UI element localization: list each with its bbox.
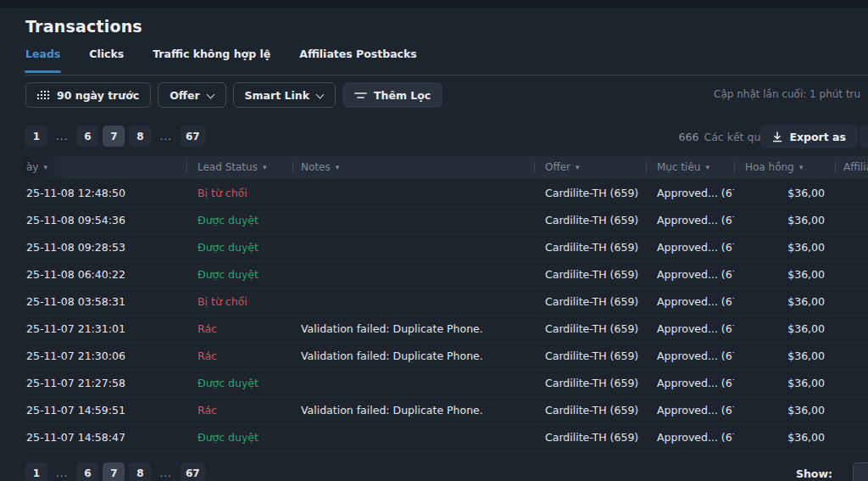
column-header-offer[interactable]: Offer▾ (534, 156, 646, 178)
table-row[interactable]: 25-11-08 09:28:53Được duyệtCardilite-TH … (24, 234, 868, 261)
smart-link-filter-dropdown[interactable]: Smart Link (233, 82, 336, 108)
offer-filter-dropdown[interactable]: Offer (158, 82, 225, 108)
chevron-down-icon (316, 90, 324, 98)
page-button-1[interactable]: 1 (25, 462, 47, 481)
table-row[interactable]: 25-11-08 12:48:50Bị từ chốiCardilite-TH … (24, 180, 868, 207)
results-count-label: Các kết quả (704, 131, 767, 143)
cell-status: Rác (186, 404, 292, 417)
column-separator (186, 161, 187, 173)
column-header-affiliate[interactable]: Affiliate▾ (835, 156, 868, 178)
table-row[interactable]: 25-11-08 09:54:36Được duyệtCardilite-TH … (24, 207, 868, 234)
more-filters-button[interactable]: Thêm Lọc (342, 82, 442, 108)
date-range-button[interactable]: 90 ngày trước (25, 82, 151, 108)
column-header-goal[interactable]: Mục tiêu▾ (646, 156, 734, 178)
cell-offer: Cardilite-TH (659) (534, 404, 646, 417)
filter-toolbar: 90 ngày trước Offer Smart Link Thêm Lọc (25, 82, 442, 108)
sort-caret-icon: ▾ (799, 163, 804, 171)
page-button-1[interactable]: 1 (25, 126, 47, 147)
column-header-date[interactable]: ày▾ (24, 156, 186, 178)
page-button-6[interactable]: 6 (76, 462, 98, 481)
export-options-button-partial[interactable] (860, 125, 868, 148)
column-separator (734, 161, 735, 173)
cell-date: 25-11-07 21:27:58 (24, 377, 186, 389)
page-button-67[interactable]: 67 (181, 126, 205, 147)
cell-goal: Approved... (676) (646, 214, 734, 227)
table-row[interactable]: 25-11-07 21:27:58Được duyệtCardilite-TH … (24, 370, 868, 397)
table-row[interactable]: 25-11-07 14:58:47Được duyệtCardilite-TH … (24, 424, 868, 451)
offer-filter-label: Offer (170, 89, 199, 102)
cell-payout: $36,00 (734, 350, 835, 362)
sort-caret-icon: ▾ (43, 163, 47, 171)
page-button-8[interactable]: 8 (129, 126, 151, 147)
column-header-status[interactable]: Lead Status▾ (186, 156, 292, 178)
cell-status: Được duyệt (186, 268, 292, 281)
cell-payout: $36,00 (734, 241, 835, 254)
cell-offer: Cardilite-TH (659) (534, 295, 646, 308)
cell-goal: Approved... (676) (646, 404, 734, 417)
cell-payout: $36,00 (734, 322, 835, 335)
cell-note: Validation failed: Duplicate Phone. (292, 322, 534, 335)
export-as-label: Export as (789, 131, 846, 143)
cell-date: 25-11-08 09:54:36 (24, 214, 186, 227)
cell-goal: Approved... (676) (646, 431, 734, 444)
last-update-text: Cập nhật lần cuối: 1 phút tru (714, 88, 860, 100)
pagination-ellipsis: ... (52, 467, 72, 479)
column-separator (646, 161, 647, 173)
cell-payout: $36,00 (734, 295, 835, 308)
cell-date: 25-11-07 21:30:06 (24, 350, 186, 362)
results-count: 666Các kết quả (679, 131, 767, 143)
column-header-label: Lead Status (198, 161, 258, 173)
pagination-ellipsis: ... (52, 131, 72, 143)
cell-payout: $36,00 (734, 187, 835, 199)
cell-status: Rác (186, 322, 292, 335)
tab-clicks[interactable]: Clicks (89, 48, 124, 71)
tab-affiliates-postbacks[interactable]: Affiliates Postbacks (299, 48, 417, 71)
cell-goal: Approved... (676) (646, 350, 734, 362)
table-row[interactable]: 25-11-07 21:31:01RácValidation failed: D… (24, 316, 868, 343)
table-row[interactable]: 25-11-08 06:40:22Được duyệtCardilite-TH … (24, 261, 868, 288)
column-header-notes[interactable]: Notes▾ (292, 156, 534, 178)
more-filters-label: Thêm Lọc (374, 89, 431, 102)
filter-lines-icon (354, 91, 367, 100)
cell-payout: $36,00 (734, 404, 835, 417)
cell-date: 25-11-07 14:58:47 (24, 431, 186, 444)
cell-status: Được duyệt (186, 214, 292, 227)
tab-leads[interactable]: Leads (25, 48, 60, 71)
cell-offer: Cardilite-TH (659) (534, 214, 646, 227)
cell-status: Được duyệt (186, 431, 292, 444)
table-row[interactable]: 25-11-07 21:30:06RácValidation failed: D… (24, 343, 868, 370)
cell-status: Được duyệt (186, 241, 292, 254)
cell-offer: Cardilite-TH (659) (534, 431, 646, 444)
column-header-payout[interactable]: Hoa hồng▾ (734, 156, 835, 178)
page-button-7[interactable]: 7 (103, 462, 125, 481)
column-separator (292, 161, 293, 173)
cell-goal: Approved... (676) (646, 187, 734, 199)
date-range-label: 90 ngày trước (57, 89, 139, 102)
page-button-6[interactable]: 6 (76, 126, 98, 147)
table-row[interactable]: 25-11-08 03:58:31Bị từ chốiCardilite-TH … (24, 288, 868, 316)
export-as-button[interactable]: Export as (760, 125, 858, 148)
cell-status: Bị từ chối (186, 295, 292, 308)
cell-goal: Approved... (676) (646, 377, 734, 389)
pagination-top: 1...678...67 (25, 126, 205, 147)
cell-offer: Cardilite-TH (659) (534, 377, 646, 389)
per-page-select-partial[interactable] (853, 462, 868, 481)
cell-offer: Cardilite-TH (659) (534, 350, 646, 362)
column-header-label: Affiliate (843, 161, 868, 173)
cell-offer: Cardilite-TH (659) (534, 322, 646, 335)
cell-payout: $36,00 (734, 377, 835, 389)
page-button-8[interactable]: 8 (129, 462, 151, 481)
cell-note: Validation failed: Duplicate Phone. (292, 404, 534, 417)
cell-goal: Approved... (676) (646, 322, 734, 335)
page-title: Transactions (25, 17, 142, 36)
column-header-label: Mục tiêu (657, 161, 700, 173)
pagination-ellipsis: ... (155, 131, 175, 143)
show-per-page-label: Show: (796, 467, 832, 480)
cell-goal: Approved... (676) (646, 268, 734, 281)
cell-offer: Cardilite-TH (659) (534, 187, 646, 199)
tab-traffic-không-hợp-lệ[interactable]: Traffic không hợp lệ (153, 48, 270, 71)
table-row[interactable]: 25-11-07 14:59:51RácValidation failed: D… (24, 397, 868, 424)
cell-date: 25-11-08 06:40:22 (24, 268, 186, 281)
page-button-7[interactable]: 7 (103, 126, 125, 147)
page-button-67[interactable]: 67 (181, 462, 205, 481)
